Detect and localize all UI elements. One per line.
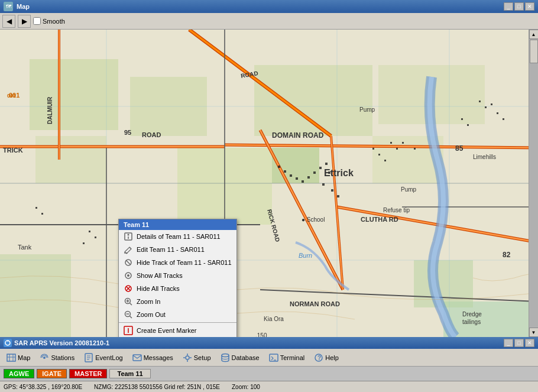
nav-database-button[interactable]: Database xyxy=(216,351,264,364)
menu-separator-1 xyxy=(119,322,236,323)
svg-rect-53 xyxy=(89,231,90,232)
scroll-thumb[interactable] xyxy=(530,40,538,63)
terminal-nav-icon xyxy=(269,353,278,362)
map-scrollbar[interactable]: ▲ ▼ xyxy=(529,30,538,337)
show-all-icon xyxy=(124,271,133,280)
sar-close-button[interactable]: ✕ xyxy=(525,339,534,347)
kia-ora-label: Kia Ora xyxy=(264,316,284,322)
menu-item-hide-all[interactable]: Hide All Tracks xyxy=(119,282,236,295)
menu-item-details[interactable]: Details of Team 11 - SAR011 xyxy=(119,230,236,243)
svg-text:DALMUIR: DALMUIR xyxy=(47,96,53,124)
svg-rect-80 xyxy=(124,252,128,254)
nav-terminal-button[interactable]: Terminal xyxy=(265,351,309,364)
svg-line-79 xyxy=(129,247,131,249)
svg-rect-68 xyxy=(497,112,498,114)
smooth-checkbox[interactable] xyxy=(33,17,41,25)
create-event-icon xyxy=(124,326,133,335)
svg-rect-45 xyxy=(307,176,310,179)
sar-aprs-window: SAR APRS Version 20081210-1 _ □ ✕ Map St… xyxy=(0,337,538,381)
svg-rect-50 xyxy=(322,183,325,186)
stations-nav-icon xyxy=(40,353,49,362)
svg-text:?: ? xyxy=(317,355,321,361)
nav-help-button[interactable]: ? Help xyxy=(310,351,343,364)
svg-rect-63 xyxy=(402,142,404,144)
map-title-bar: 🗺 Map _ □ ✕ xyxy=(0,0,538,13)
svg-rect-7 xyxy=(0,254,71,337)
svg-rect-40 xyxy=(278,166,280,168)
context-menu: Team 11 Details of Team 11 - SAR011 Edit… xyxy=(118,219,237,337)
nav-eventlog-button[interactable]: EventLog xyxy=(80,351,127,364)
nav-stations-button[interactable]: Stations xyxy=(35,351,79,364)
trick-label: TRICK xyxy=(3,147,23,154)
svg-rect-42 xyxy=(290,174,292,177)
refuse-tip-label: Refuse tip xyxy=(383,207,410,213)
menu-item-show-all[interactable]: Show All Tracks xyxy=(119,269,236,282)
help-nav-icon: ? xyxy=(314,353,323,362)
igate-badge: IGATE xyxy=(37,369,67,378)
edit-icon xyxy=(124,245,133,254)
road-label-95: 95 xyxy=(124,129,131,136)
svg-rect-4 xyxy=(254,65,372,136)
pump-label-2: Pump xyxy=(401,186,416,193)
forward-button[interactable]: ▶ xyxy=(18,15,31,28)
svg-point-110 xyxy=(222,354,229,357)
back-button[interactable]: ◀ xyxy=(2,15,15,28)
sar-minimize-button[interactable]: _ xyxy=(504,339,513,347)
svg-rect-52 xyxy=(337,195,339,197)
scroll-down-button[interactable]: ▼ xyxy=(529,328,539,337)
sar-nav-toolbar: Map Stations EventLog Messages Setup xyxy=(0,349,538,367)
sar-maximize-button[interactable]: □ xyxy=(514,339,524,347)
menu-item-zoom-in[interactable]: Zoom In xyxy=(119,295,236,308)
menu-item-zoom-out[interactable]: Zoom Out xyxy=(119,308,236,321)
menu-item-hide-track[interactable]: Hide Track of Team 11 - SAR011 xyxy=(119,256,236,269)
svg-rect-51 xyxy=(331,189,333,192)
svg-rect-46 xyxy=(313,171,316,174)
svg-rect-55 xyxy=(83,242,85,244)
minimize-button[interactable]: _ xyxy=(504,2,513,11)
setup-nav-icon xyxy=(183,353,192,362)
tank-label: Tank xyxy=(18,244,31,251)
norman-road-label: NORMAN ROAD xyxy=(290,300,340,307)
details-icon xyxy=(124,232,133,241)
svg-rect-66 xyxy=(485,106,487,108)
label-82: 82 xyxy=(503,251,510,259)
context-menu-header: Team 11 xyxy=(119,219,236,230)
maximize-button[interactable]: □ xyxy=(514,2,524,11)
menu-item-create-event[interactable]: Create Event Marker xyxy=(119,324,236,337)
clutha-rd-label: CLUTHA RD xyxy=(361,216,398,223)
svg-rect-64 xyxy=(414,148,416,150)
svg-rect-58 xyxy=(372,148,374,150)
menu-item-edit[interactable]: Edit Team 11 - SAR011 xyxy=(119,243,236,256)
zoom-in-icon xyxy=(124,297,133,306)
nav-messages-button[interactable]: Messages xyxy=(128,351,177,364)
map-nav-icon xyxy=(7,353,16,362)
map-svg: 001 xyxy=(0,30,538,337)
pump-label-1: Pump xyxy=(359,106,375,113)
nav-map-button[interactable]: Map xyxy=(2,351,34,364)
master-badge: MASTER xyxy=(69,369,107,378)
map-title-icon: 🗺 xyxy=(4,2,13,11)
ettrick-label: Ettrick xyxy=(324,168,354,179)
sar-title-icon xyxy=(4,339,12,347)
svg-line-89 xyxy=(130,303,132,306)
svg-rect-44 xyxy=(302,180,304,183)
team-label: Team 11 xyxy=(109,369,150,378)
zoom-level: Zoom: 100 xyxy=(232,384,260,390)
svg-rect-62 xyxy=(396,148,398,150)
school-label: ● School xyxy=(302,216,325,223)
zoom-out-icon xyxy=(124,310,133,319)
label-85: 85 xyxy=(455,144,463,153)
burn-label: Burn xyxy=(299,252,312,259)
svg-rect-71 xyxy=(467,124,469,126)
svg-rect-1 xyxy=(30,59,118,130)
svg-rect-9 xyxy=(35,136,106,183)
nav-setup-button[interactable]: Setup xyxy=(179,351,215,364)
map-area[interactable]: 001 xyxy=(0,30,538,337)
svg-point-77 xyxy=(128,234,129,236)
svg-point-109 xyxy=(186,356,189,359)
scroll-track[interactable] xyxy=(529,39,539,328)
agwe-badge: AGWE xyxy=(4,369,34,378)
close-button[interactable]: ✕ xyxy=(525,2,534,11)
scroll-up-button[interactable]: ▲ xyxy=(529,30,539,39)
smooth-label: Smooth xyxy=(33,17,65,25)
